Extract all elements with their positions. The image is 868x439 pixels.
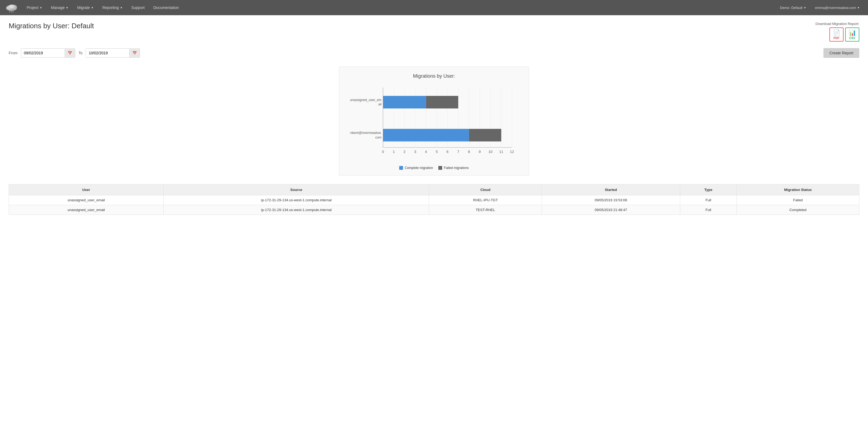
table-row: unassigned_user_emailip-172-31-29-134.us…	[9, 195, 859, 205]
bar-failed-0	[426, 96, 459, 108]
nav-demo-default[interactable]: Demo: Default ▼	[776, 3, 810, 12]
chevron-down-icon: ▼	[857, 6, 860, 9]
cell-1-2: TEST-RHEL	[429, 205, 541, 215]
bar-complete-0	[383, 96, 426, 108]
create-report-button[interactable]: Create Report	[824, 48, 859, 58]
col-header-started: Started	[541, 184, 680, 195]
nav-support[interactable]: Support	[127, 3, 148, 12]
svg-text:ail: ail	[378, 102, 381, 106]
nav-user-email[interactable]: emma@rivermeadow.com ▼	[811, 3, 864, 12]
legend-complete: Complete migration	[399, 166, 433, 170]
from-date-input[interactable]	[21, 49, 65, 57]
nav-manage[interactable]: Manage ▼	[47, 3, 72, 12]
bar-failed-1	[469, 129, 501, 141]
migrations-table: User Source Cloud Started Type Migration…	[9, 184, 859, 215]
legend-failed: Failed migrations	[438, 166, 468, 170]
from-calendar-button[interactable]: 📅	[65, 49, 75, 57]
svg-text:11: 11	[499, 150, 503, 154]
to-calendar-button[interactable]: 📅	[129, 49, 140, 57]
calendar-icon: 📅	[132, 51, 137, 55]
col-header-cloud: Cloud	[429, 184, 541, 195]
bar-chart-svg: 0 1 2 3 4 5 6 7 8 9 10 11 12	[350, 85, 518, 162]
cell-1-3: 09/05/2019 21:48:47	[541, 205, 680, 215]
nav-reporting[interactable]: Reporting ▼	[99, 3, 127, 12]
svg-text:unassigned_user_em: unassigned_user_em	[350, 98, 381, 102]
legend-failed-color	[438, 166, 442, 170]
table-row: unassigned_user_emailip-172-31-29-134.us…	[9, 205, 859, 215]
cell-1-1: ip-172-31-29-134.us-west-1.compute.inter…	[164, 205, 429, 215]
svg-text:8: 8	[468, 150, 470, 154]
to-date-input[interactable]	[86, 49, 129, 57]
nav-project[interactable]: Project ▼	[23, 3, 46, 12]
chevron-down-icon: ▼	[120, 6, 123, 9]
svg-text:7: 7	[457, 150, 459, 154]
svg-text:6: 6	[446, 150, 448, 154]
nav-documentation[interactable]: Documentation	[150, 3, 183, 12]
col-header-status: Migration Status	[737, 184, 859, 195]
download-label: Download Migration Report:	[815, 22, 859, 26]
nav-migrate[interactable]: Migrate ▼	[73, 3, 98, 12]
from-date-input-wrap: 📅	[21, 49, 75, 58]
navbar: Project ▼ Manage ▼ Migrate ▼ Reporting ▼…	[0, 0, 868, 15]
svg-text:4: 4	[425, 150, 427, 154]
chart-container: Migrations by User: 0 1 2 3 4 5 6 7 8 9	[339, 67, 529, 176]
chevron-down-icon: ▼	[91, 6, 94, 9]
bar-complete-1	[383, 129, 469, 141]
cell-1-0: unassigned_user_email	[9, 205, 164, 215]
csv-download-button[interactable]: 📊 CSV	[845, 27, 859, 41]
svg-text:5: 5	[436, 150, 437, 154]
pdf-icon: 📄	[833, 29, 840, 36]
svg-text:0: 0	[382, 150, 384, 154]
chevron-down-icon: ▼	[40, 6, 42, 9]
cell-0-5: Failed	[737, 195, 859, 205]
brand-logo[interactable]	[4, 2, 19, 13]
chart-area: 0 1 2 3 4 5 6 7 8 9 10 11 12	[350, 85, 518, 163]
svg-text:9: 9	[479, 150, 481, 154]
cell-1-4: Full	[680, 205, 737, 215]
svg-text:10: 10	[488, 150, 492, 154]
chart-legend: Complete migration Failed migrations	[350, 166, 518, 170]
svg-text:mkent@rivermeadow.: mkent@rivermeadow.	[350, 131, 381, 135]
csv-icon: 📊	[849, 29, 856, 36]
date-filter: From 📅 To 📅 Create Report	[9, 48, 859, 58]
pdf-download-button[interactable]: 📄 PDF	[829, 27, 843, 41]
nav-right: Demo: Default ▼ emma@rivermeadow.com ▼	[776, 3, 864, 12]
cell-0-3: 09/05/2019 19:53:08	[541, 195, 680, 205]
to-date-input-wrap: 📅	[86, 49, 140, 58]
col-header-source: Source	[164, 184, 429, 195]
chevron-down-icon: ▼	[66, 6, 68, 9]
cell-0-4: Full	[680, 195, 737, 205]
svg-text:3: 3	[414, 150, 416, 154]
calendar-icon: 📅	[68, 51, 72, 55]
page-title: Migrations by User: Default	[9, 22, 94, 30]
cell-0-0: unassigned_user_email	[9, 195, 164, 205]
table-body: unassigned_user_emailip-172-31-29-134.us…	[9, 195, 859, 215]
chevron-down-icon: ▼	[804, 6, 806, 9]
download-buttons: 📄 PDF 📊 CSV	[829, 27, 859, 41]
cell-0-1: ip-172-31-29-134.us-west-1.compute.inter…	[164, 195, 429, 205]
page-header: Migrations by User: Default Download Mig…	[9, 22, 859, 41]
svg-text:12: 12	[510, 150, 514, 154]
svg-text:com: com	[375, 135, 381, 139]
chart-title: Migrations by User:	[350, 73, 518, 79]
table-header: User Source Cloud Started Type Migration…	[9, 184, 859, 195]
col-header-type: Type	[680, 184, 737, 195]
from-label: From	[9, 51, 18, 55]
svg-point-3	[9, 5, 14, 8]
svg-text:1: 1	[393, 150, 395, 154]
main-content: Migrations by User: Default Download Mig…	[0, 15, 868, 439]
svg-text:2: 2	[404, 150, 405, 154]
cell-1-5: Completed	[737, 205, 859, 215]
cell-0-2: RHEL-IPU-TGT	[429, 195, 541, 205]
download-section: Download Migration Report: 📄 PDF 📊 CSV	[815, 22, 859, 41]
col-header-user: User	[9, 184, 164, 195]
to-label: To	[79, 51, 83, 55]
legend-complete-color	[399, 166, 403, 170]
